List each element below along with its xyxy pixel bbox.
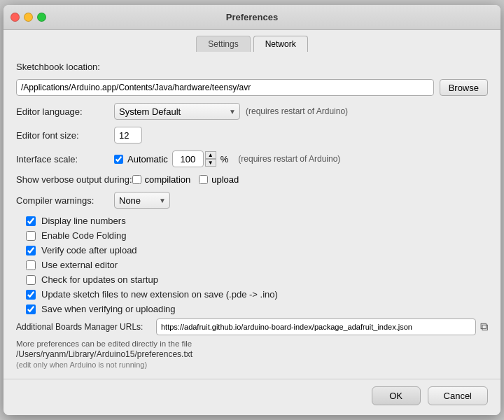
upload-checkbox[interactable] (199, 175, 208, 184)
minimize-button[interactable] (24, 13, 33, 22)
interface-scale-label: Interface scale: (16, 154, 114, 164)
info-section: More preferences can be edited directly … (16, 340, 488, 369)
spin-up-button[interactable]: ▲ (205, 151, 216, 159)
display-line-numbers-label: Display line numbers (41, 216, 126, 226)
automatic-label: Automatic (127, 154, 168, 164)
bottom-bar: OK Cancel (4, 379, 500, 415)
compilation-checkbox[interactable] (132, 175, 141, 184)
upload-label: upload (211, 174, 239, 185)
update-sketch-checkbox[interactable] (26, 290, 36, 300)
check-updates-checkbox[interactable] (26, 275, 36, 285)
additional-boards-url-input[interactable] (156, 318, 476, 335)
url-copy-icon[interactable]: ⧉ (480, 321, 488, 333)
editor-language-select-wrapper: System Default ▼ (114, 103, 240, 120)
checkbox-row-enable-code-folding: Enable Code Folding (16, 230, 488, 241)
spin-down-button[interactable]: ▼ (205, 159, 216, 167)
editor-font-size-row: Editor font size: (16, 127, 488, 144)
display-line-numbers-checkbox[interactable] (26, 216, 36, 226)
tab-bar: Settings Network (4, 30, 500, 52)
ok-button[interactable]: OK (372, 386, 421, 405)
close-button[interactable] (10, 13, 20, 22)
percent-label: % (220, 154, 229, 164)
enable-code-folding-checkbox[interactable] (26, 231, 36, 241)
compilation-label: compilation (145, 174, 191, 185)
sketchbook-input-row: Browse (16, 79, 488, 96)
automatic-checkbox[interactable] (114, 155, 123, 164)
tab-settings[interactable]: Settings (196, 36, 250, 52)
editor-font-size-input[interactable] (114, 127, 142, 144)
editor-font-size-label: Editor font size: (16, 130, 114, 141)
use-external-editor-checkbox[interactable] (26, 260, 36, 270)
use-external-editor-label: Use external editor (41, 260, 118, 270)
file-path-text: /Users/ryanm/Library/Arduino15/preferenc… (16, 349, 488, 359)
compiler-warnings-row: Compiler warnings: None ▼ (16, 192, 488, 209)
cancel-button[interactable]: Cancel (428, 386, 488, 405)
interface-scale-note: (requires restart of Arduino) (238, 154, 340, 164)
checkbox-row-save-verifying: Save when verifying or uploading (16, 304, 488, 314)
preferences-window: Preferences Settings Network Sketchbook … (4, 5, 500, 415)
editor-language-label: Editor language: (16, 106, 114, 117)
verify-code-checkbox[interactable] (26, 246, 36, 255)
verbose-controls: compilation upload (132, 174, 239, 185)
editor-language-note: (requires restart of Arduino) (246, 106, 348, 116)
editor-language-row: Editor language: System Default ▼ (requi… (16, 103, 488, 120)
verbose-output-label: Show verbose output during: (16, 174, 132, 185)
upload-item: upload (199, 174, 239, 185)
browse-button[interactable]: Browse (440, 79, 488, 96)
editor-language-select[interactable]: System Default (114, 103, 240, 120)
edit-note-text: (edit only when Arduino is not running) (16, 360, 488, 369)
save-verifying-label: Save when verifying or uploading (41, 304, 176, 314)
compilation-item: compilation (132, 174, 191, 185)
checkbox-row-update-sketch: Update sketch files to new extension on … (16, 289, 488, 300)
sketchbook-path-input[interactable] (16, 79, 434, 96)
compiler-warnings-label: Compiler warnings: (16, 195, 114, 206)
compiler-warnings-select[interactable]: None (114, 192, 170, 209)
additional-boards-row: Additional Boards Manager URLs: ⧉ (16, 318, 488, 335)
tab-network[interactable]: Network (253, 36, 308, 52)
compiler-warnings-select-wrapper: None ▼ (114, 192, 170, 209)
save-verifying-checkbox[interactable] (26, 304, 36, 314)
scale-spinner-wrapper: ▲ ▼ (172, 150, 216, 167)
window-title: Preferences (226, 12, 278, 22)
maximize-button[interactable] (37, 13, 46, 22)
sketchbook-row: Sketchbook location: (16, 62, 488, 72)
verbose-output-row: Show verbose output during: compilation … (16, 174, 488, 185)
verify-code-label: Verify code after upload (41, 245, 137, 255)
checkbox-row-check-updates: Check for updates on startup (16, 274, 488, 285)
additional-boards-label: Additional Boards Manager URLs: (16, 322, 156, 332)
checkboxes-section: Display line numbers Enable Code Folding… (16, 216, 488, 314)
scale-value-input[interactable] (172, 150, 204, 167)
enable-code-folding-label: Enable Code Folding (41, 230, 126, 241)
more-preferences-text: More preferences can be edited directly … (16, 340, 488, 348)
window-controls (10, 13, 46, 22)
check-updates-label: Check for updates on startup (41, 274, 158, 285)
interface-scale-row: Interface scale: Automatic ▲ ▼ % (requir… (16, 150, 488, 167)
scale-controls: Automatic ▲ ▼ % (requires restart of Ard… (114, 150, 340, 167)
sketchbook-label: Sketchbook location: (16, 62, 114, 72)
checkbox-row-verify-code: Verify code after upload (16, 245, 488, 255)
settings-content: Sketchbook location: Browse Editor langu… (4, 52, 500, 379)
spinner-buttons: ▲ ▼ (205, 151, 216, 167)
titlebar: Preferences (4, 5, 500, 30)
checkbox-row-external-editor: Use external editor (16, 260, 488, 270)
update-sketch-label: Update sketch files to new extension on … (41, 289, 278, 300)
checkbox-row-display-line-numbers: Display line numbers (16, 216, 488, 226)
